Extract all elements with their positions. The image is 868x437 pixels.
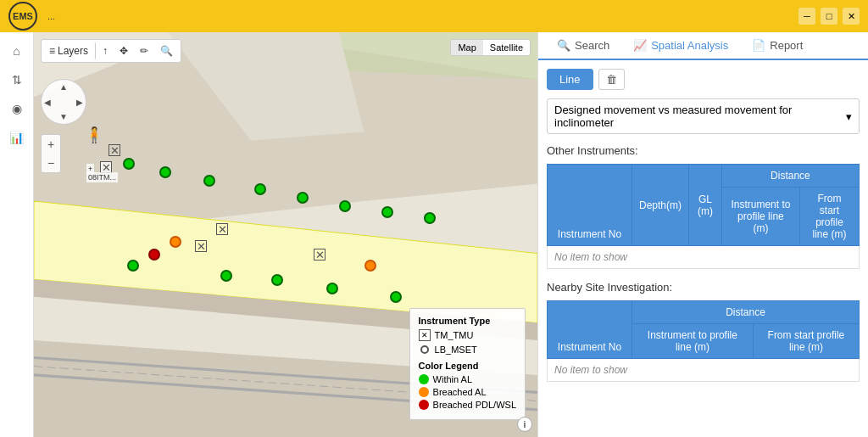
instrument-no-header: Instrument No: [548, 165, 632, 246]
edit-tool-button[interactable]: ✏: [135, 42, 153, 59]
info-button[interactable]: i: [517, 417, 532, 432]
tm-tmu-label: TM_TMU: [435, 330, 474, 340]
tab-spatial-analysis[interactable]: 📈 Spatial Analysis: [621, 32, 740, 60]
map-toolbar: ≡ Layers ↑ ✥ ✏ 🔍: [41, 39, 181, 63]
analysis-dropdown[interactable]: Designed movement vs measured movement f…: [547, 98, 860, 134]
nearby-distance-header: Distance: [632, 301, 860, 324]
lb-mset-label: LB_MSET: [435, 345, 477, 355]
line-controls: Line 🗑: [547, 69, 860, 90]
tm-tmu-symbol: ✕: [419, 329, 431, 341]
pan-tool-button[interactable]: ✥: [114, 42, 133, 59]
map-container[interactable]: 🧍 ✕ ✕ ✕ ✕ ✕: [34, 32, 537, 437]
instrument-type-title: Instrument Type: [419, 316, 516, 326]
ems-logo[interactable]: EMS: [8, 2, 37, 31]
main-layout: ⌂ ⇅ ◉ 📊 🧍: [0, 32, 868, 437]
within-al-dot: [419, 374, 429, 384]
instrument-to-profile-header: Instrument to profile line (m): [721, 188, 799, 246]
move-tool-button[interactable]: ↑: [97, 42, 113, 59]
distance-header: Distance: [721, 165, 859, 188]
depth-header: Depth(m): [632, 165, 689, 246]
share-icon[interactable]: ⇅: [5, 68, 29, 92]
navigation-circle[interactable]: ▲ ▼ ◀ ▶: [41, 79, 86, 125]
color-legend-title: Color Legend: [419, 361, 516, 371]
nav-left-arrow[interactable]: ◀: [44, 98, 51, 107]
no-item-row: No item to show: [548, 246, 860, 269]
analysis-dropdown-label: Designed movement vs measured movement f…: [554, 104, 846, 129]
map-type-toggle: Map Satellite: [450, 39, 531, 56]
delete-button[interactable]: 🗑: [598, 69, 625, 90]
legend-breached-al: Breached AL: [419, 387, 516, 397]
nearby-no-item-text: No item to show: [548, 359, 860, 382]
spatial-analysis-tab-icon: 📈: [633, 39, 647, 52]
nearby-instrument-to-profile-header: Instrument to profile line (m): [632, 324, 754, 359]
nearby-site-header: Nearby Site Investigation:: [547, 281, 860, 294]
nearby-instrument-no-header: Instrument No: [548, 301, 632, 359]
nearby-site-table: Instrument No Distance Instrument to pro…: [547, 300, 860, 382]
right-panel: 🔍 Search 📈 Spatial Analysis 📄 Report Lin…: [537, 32, 868, 437]
nav-up-arrow[interactable]: ▲: [59, 82, 68, 92]
breadcrumb: ...: [47, 11, 55, 21]
zoom-controls: + −: [41, 134, 61, 173]
layers-button[interactable]: ≡ Layers: [44, 42, 96, 59]
search-tool-button[interactable]: 🔍: [155, 42, 178, 59]
panel-content: Line 🗑 Designed movement vs measured mov…: [538, 60, 868, 437]
map-button[interactable]: Map: [451, 40, 482, 55]
nav-down-arrow[interactable]: ▼: [59, 112, 68, 121]
left-sidebar: ⌂ ⇅ ◉ 📊: [0, 32, 34, 437]
report-tab-icon: 📄: [752, 39, 765, 52]
no-item-text: No item to show: [548, 246, 860, 269]
legend-breached-pdl: Breached PDL/WSL: [419, 400, 516, 410]
other-instruments-table: Instrument No Depth(m) GL (m) Distance I…: [547, 164, 860, 269]
other-instruments-header: Other Instruments:: [547, 144, 860, 157]
map-legend: Instrument Type ✕ TM_TMU LB_MSET Color L…: [409, 308, 526, 420]
dropdown-chevron-icon: ▾: [846, 110, 852, 123]
nearby-from-start-profile-header: From start profile line (m): [753, 324, 859, 359]
tab-report[interactable]: 📄 Report: [740, 32, 815, 60]
legend-item-tm-tmu: ✕ TM_TMU: [419, 329, 516, 341]
tab-search[interactable]: 🔍 Search: [545, 32, 621, 60]
nav-control: ▲ ▼ ◀ ▶: [41, 79, 86, 125]
gl-header: GL (m): [689, 165, 722, 246]
breached-al-dot: [419, 387, 429, 397]
search-tab-icon: 🔍: [557, 39, 570, 52]
close-button[interactable]: ✕: [843, 8, 860, 25]
layers-icon: ≡: [49, 45, 55, 57]
location-icon[interactable]: ◉: [5, 97, 29, 120]
topbar: EMS ... ─ □ ✕: [0, 0, 868, 32]
maximize-button[interactable]: □: [821, 8, 837, 25]
legend-item-lb-mset: LB_MSET: [419, 344, 516, 356]
satellite-button[interactable]: Satellite: [483, 40, 530, 55]
within-al-label: Within AL: [433, 374, 472, 384]
line-button[interactable]: Line: [547, 69, 593, 90]
minimize-button[interactable]: ─: [798, 8, 815, 25]
breached-al-label: Breached AL: [433, 387, 487, 397]
topbar-right: ─ □ ✕: [798, 8, 860, 25]
chart-icon[interactable]: 📊: [5, 126, 29, 149]
panel-tabs: 🔍 Search 📈 Spatial Analysis 📄 Report: [538, 32, 868, 60]
lb-mset-symbol: [419, 344, 431, 356]
breached-pdl-label: Breached PDL/WSL: [433, 400, 516, 410]
zoom-out-button[interactable]: −: [42, 154, 60, 172]
nearby-no-item-row: No item to show: [548, 359, 860, 382]
breached-pdl-dot: [419, 400, 429, 410]
zoom-in-button[interactable]: +: [42, 135, 60, 154]
nav-right-arrow[interactable]: ▶: [76, 98, 83, 107]
legend-within-al: Within AL: [419, 374, 516, 384]
from-start-profile-header: From start profile line (m): [800, 188, 860, 246]
home-icon[interactable]: ⌂: [5, 39, 29, 63]
